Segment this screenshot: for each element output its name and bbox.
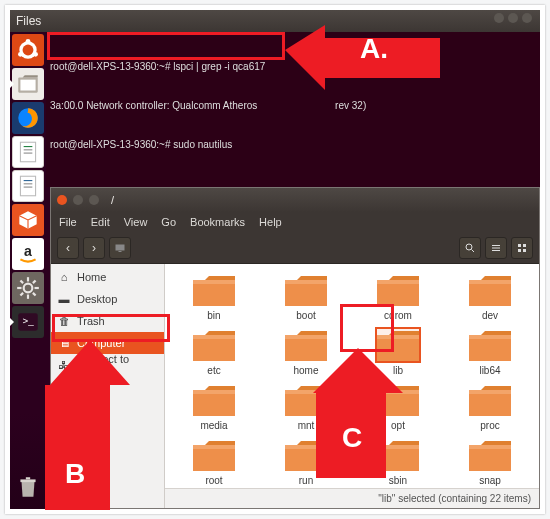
folder-label: proc [480,420,499,431]
folder-label: dev [482,310,498,321]
svg-line-22 [20,280,23,283]
folder-icon [375,272,421,308]
svg-rect-30 [116,244,125,250]
minimize-icon[interactable] [73,195,83,205]
svg-point-32 [466,244,472,250]
menu-go[interactable]: Go [161,216,176,228]
svg-rect-39 [518,249,521,252]
svg-text:a: a [24,243,32,259]
folder-icon [467,382,513,418]
menu-edit[interactable]: Edit [91,216,110,228]
annotation-label-a: A. [360,33,388,65]
folder-label: boot [296,310,315,321]
terminal-icon[interactable]: >_ [12,306,44,338]
annotation-arrow-b [30,340,150,510]
nautilus-toolbar: ‹ › [51,232,539,264]
sidebar-item-home[interactable]: ⌂Home [51,266,164,288]
desktop-icon: ▬ [57,292,71,306]
svg-line-23 [33,293,36,296]
firefox-icon[interactable] [12,102,44,134]
search-icon[interactable] [459,237,481,259]
svg-point-3 [18,52,23,57]
files-icon[interactable] [12,68,44,100]
list-view-icon[interactable] [485,237,507,259]
folder-icon [191,437,237,473]
sidebar-item-desktop[interactable]: ▬Desktop [51,288,164,310]
svg-rect-8 [20,142,35,162]
folder-label: lib64 [479,365,500,376]
highlight-box-computer [52,314,170,342]
folder-label: etc [207,365,220,376]
svg-point-4 [33,52,38,57]
grid-view-icon[interactable] [511,237,533,259]
folder-bin[interactable]: bin [169,272,259,321]
svg-rect-6 [20,80,35,91]
folder-label: root [205,475,222,486]
folder-icon [467,327,513,363]
minimize-button[interactable] [494,13,504,23]
folder-icon [191,327,237,363]
document-icon[interactable] [12,136,44,168]
folder-dev[interactable]: dev [445,272,535,321]
menu-help[interactable]: Help [259,216,282,228]
folder-lib64[interactable]: lib64 [445,327,535,376]
settings-icon[interactable] [12,272,44,304]
folder-label: media [200,420,227,431]
home-icon: ⌂ [57,270,71,284]
window-controls [494,13,532,23]
maximize-icon[interactable] [89,195,99,205]
folder-icon [283,272,329,308]
folder-boot[interactable]: boot [261,272,351,321]
folder-media[interactable]: media [169,382,259,431]
svg-line-24 [20,293,23,296]
annotation-arrow-c [298,348,418,478]
svg-rect-40 [523,249,526,252]
folder-label: snap [479,475,501,486]
annotation-arrow-a [210,20,440,120]
folder-proc[interactable]: proc [445,382,535,431]
svg-line-33 [472,249,475,252]
terminal-line: root@dell-XPS-13-9360:~# sudo nautilus [50,138,536,151]
window-title: Files [16,14,41,28]
folder-icon [191,382,237,418]
svg-rect-31 [119,251,122,252]
close-button[interactable] [522,13,532,23]
menu-view[interactable]: View [124,216,148,228]
software-icon[interactable] [12,204,44,236]
folder-label: bin [207,310,220,321]
svg-rect-12 [20,176,35,196]
computer-path-button[interactable] [109,237,131,259]
folder-snap[interactable]: snap [445,437,535,486]
status-bar: "lib" selected (containing 22 items) [165,488,539,508]
nautilus-menu: File Edit View Go Bookmarks Help [51,212,539,232]
svg-point-1 [23,45,34,56]
folder-icon [191,272,237,308]
annotation-label-c: C [342,422,362,454]
maximize-button[interactable] [508,13,518,23]
dash-icon[interactable] [12,34,44,66]
close-icon[interactable] [57,195,67,205]
forward-button[interactable]: › [83,237,105,259]
svg-rect-38 [523,244,526,247]
annotation-label-b: B [65,458,85,490]
nautilus-title: / [111,194,114,206]
menu-file[interactable]: File [59,216,77,228]
svg-point-2 [26,39,31,44]
menu-bookmarks[interactable]: Bookmarks [190,216,245,228]
folder-icon [467,272,513,308]
folder-icon [467,437,513,473]
writer-icon[interactable] [12,170,44,202]
amazon-icon[interactable]: a [12,238,44,270]
svg-rect-37 [518,244,521,247]
svg-point-17 [24,284,33,293]
svg-text:>_: >_ [23,315,35,326]
folder-etc[interactable]: etc [169,327,259,376]
folder-root[interactable]: root [169,437,259,486]
highlight-box-lib [340,304,394,352]
svg-line-25 [33,280,36,283]
nautilus-titlebar: / [51,188,539,212]
back-button[interactable]: ‹ [57,237,79,259]
